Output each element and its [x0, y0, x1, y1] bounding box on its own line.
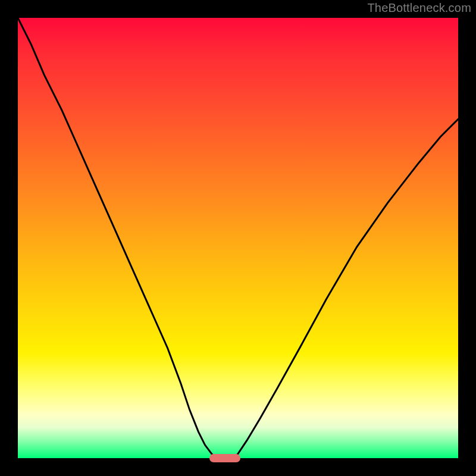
bottleneck-marker [209, 454, 240, 462]
chart-frame: TheBottleneck.com [0, 0, 476, 476]
plot-area [18, 18, 458, 458]
watermark-text: TheBottleneck.com [367, 1, 471, 15]
curve-layer [18, 18, 458, 458]
right-curve-path [234, 119, 458, 458]
left-curve-path [18, 18, 216, 458]
